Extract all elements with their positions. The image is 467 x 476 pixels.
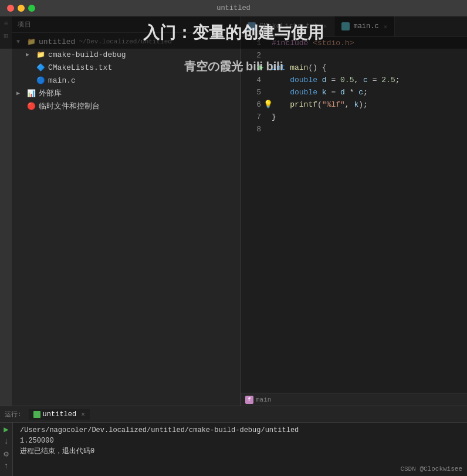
arrow-untitled: ▼ — [16, 39, 26, 45]
include-keyword: #include — [272, 37, 308, 49]
var-c-ref: c — [358, 86, 363, 98]
upload-button[interactable]: ↑ — [2, 461, 11, 471]
play-button[interactable]: ▶ — [2, 425, 11, 434]
code-line-7: } — [272, 111, 467, 123]
terminal-panel: 运行: untitled ✕ ▶ ↓ ⚙ ↑ /Users/nagocoler/… — [0, 406, 467, 476]
line-num-4: 4 — [241, 74, 261, 86]
code-line-4: double d = 0.5 , c = 2.5 ; — [272, 74, 467, 86]
code-line-3: ▶ int main () { — [272, 62, 467, 74]
fn-breadcrumb-icon: f — [245, 396, 253, 404]
editor-tabs: CMakeLists.txt ✕ main.c ✕ — [241, 16, 467, 37]
terminal-exit-msg: 进程已结束，退出代码0 — [20, 446, 462, 457]
code-line-1: #include <stdio.h> — [272, 37, 467, 49]
printf-arg-k: k — [354, 98, 358, 111]
terminal-body: /Users/nagocoler/Dev.localized/untitled/… — [20, 425, 462, 457]
cmake-tab-label: CMakeLists.txt — [259, 22, 319, 30]
tree-label-untitled: untitled — [39, 38, 75, 46]
double-kw-2: double — [290, 86, 317, 98]
run-arrow[interactable]: ▶ — [259, 62, 263, 74]
terminal-path: /Users/nagocoler/Dev.localized/untitled/… — [20, 425, 462, 436]
terminal-tab-close[interactable]: ✕ — [81, 410, 85, 418]
main-fn: main — [290, 62, 308, 74]
var-c: c — [363, 74, 368, 86]
cmake-tab-close[interactable]: ✕ — [323, 22, 327, 30]
terminal-run-icon — [33, 411, 40, 418]
terminal-content: ▶ ↓ ⚙ ↑ /Users/nagocoler/Dev.localized/u… — [0, 423, 467, 476]
terminal-output: 1.250000 — [20, 436, 462, 446]
tree-item-untitled-root[interactable]: ▼ 📁 untitled ~/Dev.localized/untitled — [12, 35, 240, 48]
tree-item-main-c[interactable]: 🔵 main.c — [12, 74, 240, 87]
printf-fn: printf — [290, 98, 317, 111]
printf-fmt: "%lf" — [322, 98, 345, 111]
tree-item-cmakelists[interactable]: 🔷 CMakeLists.txt — [12, 61, 240, 74]
fn-breadcrumb-label: main — [256, 396, 271, 403]
file-sidebar: 项目 ▼ 📁 untitled ~/Dev.localized/untitled… — [12, 16, 241, 406]
close-button[interactable] — [7, 5, 14, 12]
code-line-8 — [272, 123, 467, 135]
editor-area: CMakeLists.txt ✕ main.c ✕ 1 2 3 4 5 6 7 … — [241, 16, 467, 406]
arrow-cmake-build: ▶ — [26, 51, 35, 58]
closing-brace: } — [272, 111, 276, 123]
tmp-icon: 🔴 — [26, 101, 36, 111]
terminal-tab-untitled[interactable]: untitled ✕ — [29, 409, 90, 420]
line-num-3: 3 — [241, 62, 261, 74]
terminal-tab-label: untitled — [43, 410, 77, 419]
minimize-button[interactable] — [18, 5, 25, 12]
var-d: d — [322, 74, 327, 86]
line-numbers: 1 2 3 4 5 6 7 8 — [241, 37, 267, 393]
sidebar-container: ≡ ⊞ 项目 ▼ 📁 untitled ~/Dev.localized/unti… — [0, 16, 241, 406]
terminal-tabs: 运行: untitled ✕ — [0, 406, 467, 423]
csdn-credit: CSDN @Clockwisee — [400, 464, 462, 474]
line-num-1: 1 — [241, 37, 261, 49]
num-05: 0.5 — [340, 74, 354, 86]
titlebar: untitled — [0, 0, 467, 16]
cmake-tab-icon — [248, 22, 256, 30]
line-num-6: 6 — [241, 98, 261, 111]
tree-path-untitled: ~/Dev.localized/untitled — [79, 38, 171, 45]
sidebar-header: 项目 — [12, 16, 240, 33]
terminal-controls: ▶ ↓ ⚙ ↑ — [0, 423, 13, 476]
code-editor[interactable]: 1 2 3 4 5 6 7 8 #include <stdio.h> — [241, 37, 467, 393]
activity-bar: ≡ ⊞ — [0, 16, 12, 406]
c-tab-label: main.c — [353, 22, 378, 30]
tree-label-cmakelists: CMakeLists.txt — [48, 63, 112, 72]
var-d-ref: d — [340, 86, 345, 98]
scroll-down-button[interactable]: ↓ — [2, 437, 11, 446]
lightbulb-icon: 💡 — [263, 98, 273, 111]
c-file-icon: 🔵 — [35, 75, 46, 86]
code-line-2 — [272, 49, 467, 62]
window-title: untitled — [216, 4, 251, 12]
structure-icon[interactable]: ⊞ — [1, 30, 11, 41]
code-line-5: double k = d * c ; — [272, 86, 467, 98]
files-icon[interactable]: ≡ — [1, 19, 11, 29]
double-kw-1: double — [290, 74, 317, 86]
settings-button[interactable]: ⚙ — [2, 450, 11, 459]
code-line-6: 💡 printf ( "%lf" , k ); — [272, 98, 467, 111]
tree-label-cmake-build: cmake-build-debug — [48, 50, 126, 59]
tree-label-main-c: main.c — [48, 76, 76, 85]
main-layout: ≡ ⊞ 项目 ▼ 📁 untitled ~/Dev.localized/unti… — [0, 16, 467, 406]
tree-item-cmake-build[interactable]: ▶ 📁 cmake-build-debug — [12, 48, 240, 61]
tree-label-temp: 临时文件和控制台 — [39, 101, 100, 111]
folder-icon: 📁 — [26, 36, 36, 47]
line-num-5: 5 — [241, 86, 261, 98]
line-num-7: 7 — [241, 111, 261, 123]
int-keyword: int — [272, 62, 285, 74]
tab-main-c[interactable]: main.c ✕ — [334, 16, 395, 36]
editor-footer: f main — [241, 393, 467, 406]
code-content[interactable]: #include <stdio.h> ▶ int main () { — [267, 37, 467, 393]
c-tab-close[interactable]: ✕ — [384, 23, 388, 30]
cmake-file-icon: 🔷 — [35, 62, 46, 73]
maximize-button[interactable] — [28, 5, 35, 12]
arrow-external-libs: ▶ — [16, 90, 26, 97]
c-tab-icon — [341, 22, 350, 30]
traffic-lights — [7, 5, 35, 12]
tree-item-temp-files[interactable]: 🔴 临时文件和控制台 — [12, 100, 240, 113]
tab-cmakelists[interactable]: CMakeLists.txt ✕ — [241, 16, 334, 36]
file-tree: ▼ 📁 untitled ~/Dev.localized/untitled ▶ … — [12, 33, 240, 406]
num-25: 2.5 — [381, 74, 395, 86]
var-k: k — [322, 86, 327, 98]
include-header: <stdio.h> — [313, 37, 354, 49]
line-num-2: 2 — [241, 49, 261, 62]
tree-item-external-libs[interactable]: ▶ 📊 外部库 — [12, 87, 240, 100]
